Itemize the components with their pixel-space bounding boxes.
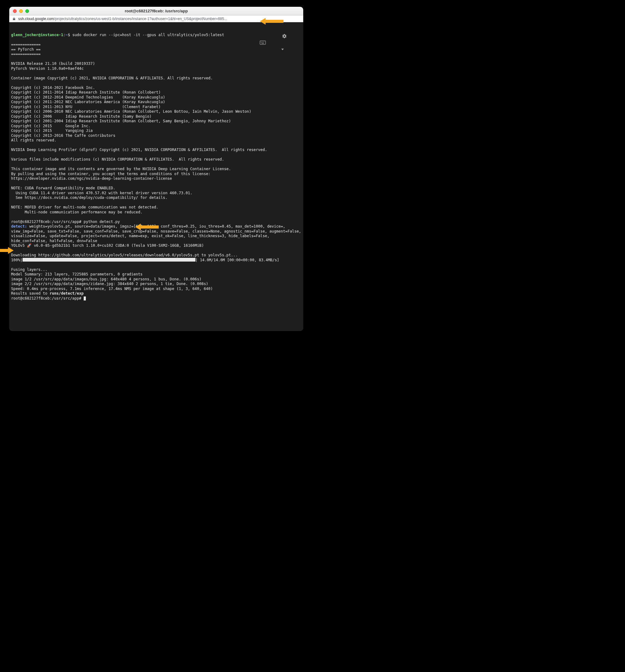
window-controls bbox=[13, 9, 29, 13]
progress-bar bbox=[23, 258, 195, 262]
docker-run-command: sudo docker run --ipc=host -it --gpus al… bbox=[72, 33, 224, 37]
keyboard-icon[interactable] bbox=[260, 31, 278, 54]
browser-window: root@c682127f8ceb: /usr/src/app ssh.clou… bbox=[9, 7, 303, 331]
shell-prompt: root@c682127f8ceb:/usr/src/app# bbox=[11, 296, 84, 301]
titlebar: root@c682127f8ceb: /usr/src/app bbox=[9, 7, 303, 16]
results-path: runs/detect/exp bbox=[50, 291, 84, 295]
close-window-button[interactable] bbox=[13, 9, 17, 13]
window-title: root@c682127f8ceb: /usr/src/app bbox=[9, 9, 303, 13]
python-detect-command: python detect.py bbox=[84, 220, 120, 224]
terminal[interactable]: glenn_jocher@instance-1:~$ sudo docker r… bbox=[9, 22, 303, 331]
url-text: ssh.cloud.google.com/projects/ultralytic… bbox=[18, 17, 300, 21]
yolo-version-line: YOLOv5 🚀 v6.0-85-gd5b21b1 torch 1.10.0+c… bbox=[11, 243, 204, 248]
cursor bbox=[84, 296, 86, 301]
gear-icon[interactable] bbox=[282, 24, 300, 61]
address-bar[interactable]: ssh.cloud.google.com/projects/ultralytic… bbox=[9, 16, 303, 22]
minimize-window-button[interactable] bbox=[19, 9, 23, 13]
detect-label: detect: bbox=[11, 224, 29, 229]
svg-rect-0 bbox=[260, 41, 265, 45]
lock-icon bbox=[13, 17, 16, 20]
maximize-window-button[interactable] bbox=[25, 9, 29, 13]
shell-prompt: root@c682127f8ceb:/usr/src/app# bbox=[11, 220, 84, 224]
prompt-user-host: glenn_jocher@instance-1 bbox=[11, 33, 63, 37]
